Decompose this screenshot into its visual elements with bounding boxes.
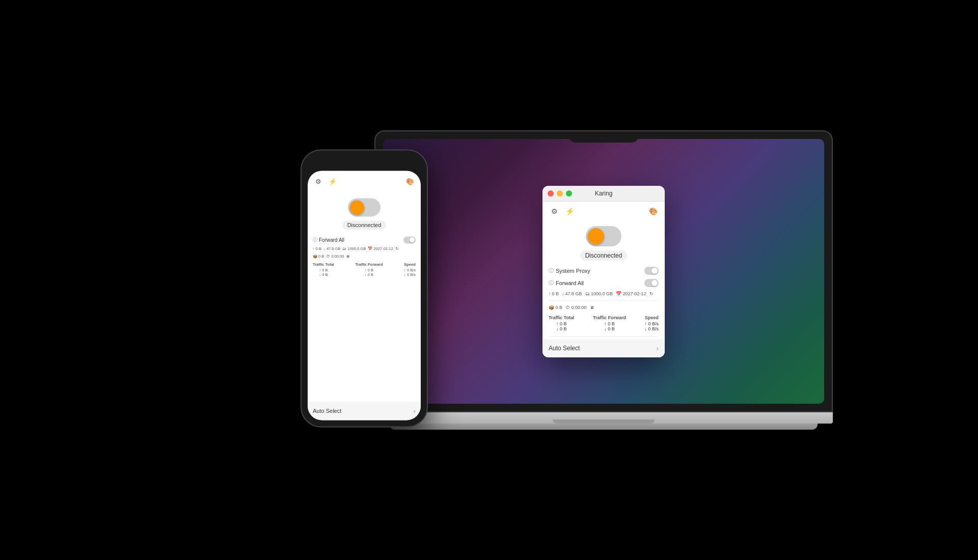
forward-all-left: ⓘ Forward All [549,279,584,287]
traffic-forward-down: ↓ 0 B [604,326,615,331]
traffic-lights [548,190,572,197]
forward-all-row: ⓘ Forward All [549,277,659,289]
phone-notch-bar [308,156,421,171]
chevron-right-icon: › [656,344,659,352]
mac-window: Karing ⚙ ⚡ [542,186,665,357]
phone-traffic-forward-label: Traffic Forward [355,262,383,267]
phone-speed-col: Speed ↑ 0 B/s ↓ 0 B/s [404,262,416,277]
traffic-forward-col: Traffic Forward ↑ 0 B ↓ 0 B [593,315,626,331]
phone-forward-info-icon: ⓘ [313,237,317,243]
download-stat: ↓ 47.8 GB [562,291,582,296]
palette-button[interactable]: 🎨 [647,206,659,217]
toolbar-left: ⚙ ⚡ [549,206,575,217]
toolbar: ⚙ ⚡ 🎨 [549,206,659,217]
system-proxy-label: System Proxy [556,268,590,274]
phone-body: ⚙ ⚡ 🎨 [301,149,428,427]
phone-storage-stat: 🗂 1000.0 GB [342,246,366,251]
phone-app: ⚙ ⚡ 🎨 [308,171,421,420]
phone-refresh-btn[interactable]: ↻ [395,246,399,251]
speed-up: ↑ 0 B/s [644,321,659,326]
traffic-total-down: ↓ 0 B [556,326,567,331]
speed-label: Speed [645,315,659,320]
phone-forward-all-toggle[interactable] [403,236,416,243]
laptop-foot [390,424,818,430]
traffic-total-col: Traffic Total ↑ 0 B ↓ 0 B [549,315,574,331]
phone-stats-bar: ↑ 0 B ↓ 47.8 GB 🗂 1000.0 GB 📅 2027-02-12… [313,245,416,253]
palette-icon: 🎨 [649,207,658,215]
phone-gear-icon: ⚙ [315,178,321,185]
phone-palette-icon: 🎨 [406,178,414,185]
maximize-button[interactable] [566,190,572,197]
download-arrow-icon: ↓ [562,291,564,296]
scene: Karing ⚙ ⚡ [0,0,978,560]
system-proxy-row: ⓘ System Proxy [549,265,659,277]
phone-spacer [313,279,416,402]
laptop-display: Karing ⚙ ⚡ [383,139,824,404]
phone-upload-stat: ↑ 0 B [313,246,321,251]
laptop: Karing ⚙ ⚡ [374,130,833,430]
forward-all-info-icon: ⓘ [549,279,554,287]
phone-chevron-right-icon: › [413,407,416,415]
phone-settings-button[interactable]: ⚙ [313,176,324,187]
phone-speed-label: Speed [404,262,416,267]
traffic-total-up: ↑ 0 B [556,321,567,326]
phone-forward-knob [410,237,415,242]
storage-stat: 🗂 1000.0 GB [585,291,613,296]
laptop-notch [568,131,639,143]
app-content: ⚙ ⚡ 🎨 [542,202,665,357]
phone-traffic-total-col: Traffic Total ↑ 0 B ↓ 0 B [313,262,334,277]
lightning-icon: ⚡ [565,207,574,215]
auto-select-label: Auto Select [549,345,580,352]
system-proxy-left: ⓘ System Proxy [549,267,590,274]
close-button[interactable] [548,190,554,197]
stats-bar: ↑ 0 B ↓ 47.8 GB 🗂 1000.0 GB 📅 2027-02-12… [549,289,659,298]
minimize-button[interactable] [557,190,563,197]
gear-icon: ⚙ [551,207,558,215]
settings-button[interactable]: ⚙ [549,206,560,217]
phone-speed-down: ↓ 0 B/s [404,272,416,277]
laptop-screen-outer: Karing ⚙ ⚡ [374,130,833,412]
phone-stats-bar-2: 📦 0 B ⏱ 0:00:00 🖥 [313,253,416,260]
phone: ⚙ ⚡ 🎨 [301,149,428,427]
phone-screen: ⚙ ⚡ 🎨 [308,171,421,420]
phone-speed-up: ↑ 0 B/s [404,268,416,272]
phone-forward-all-left: ⓘ Forward All [313,237,344,243]
forward-all-toggle[interactable] [644,279,659,287]
mac-titlebar: Karing [542,186,665,202]
phone-timer-stat: ⏱ 0:00:00 [326,254,344,259]
traffic-stats-row: Traffic Total ↑ 0 B ↓ 0 B Traffic Forwar… [549,312,659,334]
connection-toggle-section: Disconnected [549,221,659,265]
phone-forward-all-label: Forward All [319,237,344,243]
lightning-button[interactable]: ⚡ [564,206,575,217]
traffic-total-label: Traffic Total [549,315,574,320]
forward-all-knob [651,280,658,286]
phone-traffic-stats: Traffic Total ↑ 0 B ↓ 0 B Traffic Forwar… [313,260,416,279]
connection-toggle[interactable] [586,226,621,246]
phone-toolbar-left: ⚙ ⚡ [313,176,338,187]
phone-traffic-forward-down: ↓ 0 B [365,272,373,277]
timer-stat: ⏱ 0:00:00 [565,305,587,310]
phone-date-stat: 📅 2027-02-12 [368,246,393,251]
stats-bar-2: 📦 0 B ⏱ 0:00:00 🖥 [549,303,659,312]
phone-toggle-section: Disconnected [313,190,416,235]
phone-connection-status: Disconnected [342,220,387,230]
speed-down: ↓ 0 B/s [644,326,659,331]
speed-col: Speed ↑ 0 B/s ↓ 0 B/s [644,315,659,331]
phone-box-stat: 📦 0 B [313,254,324,259]
toggle-knob [588,228,604,244]
auto-select-row[interactable]: Auto Select › [542,339,665,357]
phone-lightning-button[interactable]: ⚡ [327,176,338,187]
phone-toggle-knob [350,200,364,214]
phone-forward-all-row: ⓘ Forward All [313,235,416,245]
refresh-button[interactable]: ↻ [649,291,654,296]
phone-lightning-icon: ⚡ [329,178,337,185]
divider-2 [549,337,659,337]
divider-1 [549,300,659,301]
phone-traffic-total-up: ↑ 0 B [319,268,328,272]
phone-auto-select-row[interactable]: Auto Select › [308,402,421,420]
phone-palette-button[interactable]: 🎨 [404,176,416,187]
phone-download-stat: ↓ 47.8 GB [323,246,340,251]
phone-traffic-forward-up: ↑ 0 B [365,268,373,272]
phone-connection-toggle[interactable] [348,198,381,216]
system-proxy-toggle[interactable] [644,267,659,275]
